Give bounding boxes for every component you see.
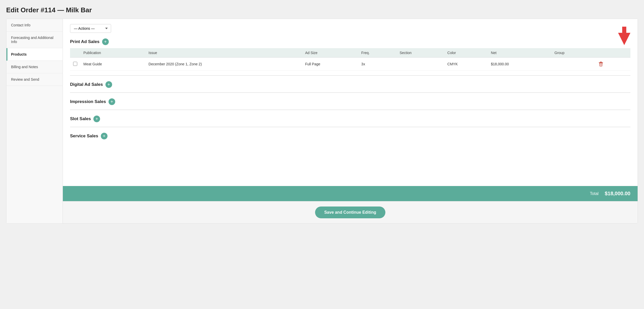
col-net: Net <box>488 48 551 58</box>
sidebar-item-billing-notes[interactable]: Billing and Notes <box>6 61 63 73</box>
page-title: Edit Order #114 — Milk Bar <box>6 6 638 14</box>
save-continue-button[interactable]: Save and Continue Editing <box>315 207 386 218</box>
actions-row: — Actions — Duplicate Delete Export <box>70 24 630 33</box>
service-sales-title: Service Sales <box>70 133 98 139</box>
row-group <box>551 58 594 71</box>
sidebar-item-review-send[interactable]: Review and Send <box>6 73 63 86</box>
col-ad-size: Ad Size <box>302 48 358 58</box>
row-section <box>396 58 444 71</box>
impression-sales-title: Impression Sales <box>70 99 106 104</box>
col-actions <box>594 48 630 58</box>
svg-rect-4 <box>599 63 602 63</box>
col-color: Color <box>444 48 488 58</box>
main-content: — Actions — Duplicate Delete Export Prin… <box>63 19 638 186</box>
add-service-sales-button[interactable]: + <box>101 133 108 139</box>
svg-rect-1 <box>600 62 602 62</box>
digital-ad-sales-title: Digital Ad Sales <box>70 82 103 87</box>
row-ad-size: Full Page <box>302 58 358 71</box>
sidebar-item-products[interactable]: Products <box>6 48 63 61</box>
add-print-ad-sales-button[interactable]: + <box>102 38 109 45</box>
sidebar-item-forecasting[interactable]: Forecasting and Additional Info <box>6 32 63 48</box>
print-ad-sales-header-row: Publication Issue Ad Size Freq. Section … <box>70 48 630 58</box>
row-color: CMYK <box>444 58 488 71</box>
add-slot-sales-button[interactable]: + <box>93 116 100 122</box>
total-label: Total <box>590 191 599 196</box>
print-ad-sales-title: Print Ad Sales <box>70 39 100 44</box>
service-sales-header: Service Sales + <box>70 133 630 139</box>
row-delete-cell <box>594 58 630 71</box>
svg-marker-0 <box>618 27 630 45</box>
col-freq: Freq. <box>358 48 396 58</box>
sidebar: Contact Info Forecasting and Additional … <box>6 19 63 223</box>
row-publication: Meat Guide <box>80 58 145 71</box>
total-bar: Total $18,000.00 <box>63 186 638 201</box>
impression-sales-header: Impression Sales + <box>70 98 630 105</box>
row-issue: December 2020 (Zone 1, Zone 2) <box>145 58 302 71</box>
row-net: $18,000.00 <box>488 58 551 71</box>
col-checkbox <box>70 48 80 58</box>
add-digital-ad-sales-button[interactable]: + <box>105 81 112 88</box>
row-freq: 3x <box>358 58 396 71</box>
actions-dropdown[interactable]: — Actions — Duplicate Delete Export <box>70 24 111 33</box>
col-issue: Issue <box>145 48 302 58</box>
row-checkbox-cell <box>70 58 80 71</box>
digital-ad-sales-header: Digital Ad Sales + <box>70 81 630 88</box>
print-ad-sales-header: Print Ad Sales + <box>70 38 630 45</box>
trash-icon <box>598 61 604 67</box>
delete-row-button[interactable] <box>597 60 605 68</box>
row-checkbox[interactable] <box>73 62 77 66</box>
add-impression-sales-button[interactable]: + <box>109 98 115 105</box>
red-arrow-indicator <box>618 27 630 45</box>
main-panel: — Actions — Duplicate Delete Export Prin… <box>63 19 638 223</box>
table-row: Meat Guide December 2020 (Zone 1, Zone 2… <box>70 58 630 71</box>
save-bar: Save and Continue Editing <box>63 201 638 223</box>
print-ad-sales-table: Publication Issue Ad Size Freq. Section … <box>70 48 630 71</box>
slot-sales-header: Slot Sales + <box>70 116 630 122</box>
total-value: $18,000.00 <box>605 191 630 197</box>
col-section: Section <box>396 48 444 58</box>
col-publication: Publication <box>80 48 145 58</box>
svg-rect-2 <box>599 63 603 63</box>
sidebar-item-contact-info[interactable]: Contact Info <box>6 19 63 32</box>
col-group: Group <box>551 48 594 58</box>
slot-sales-title: Slot Sales <box>70 116 91 121</box>
